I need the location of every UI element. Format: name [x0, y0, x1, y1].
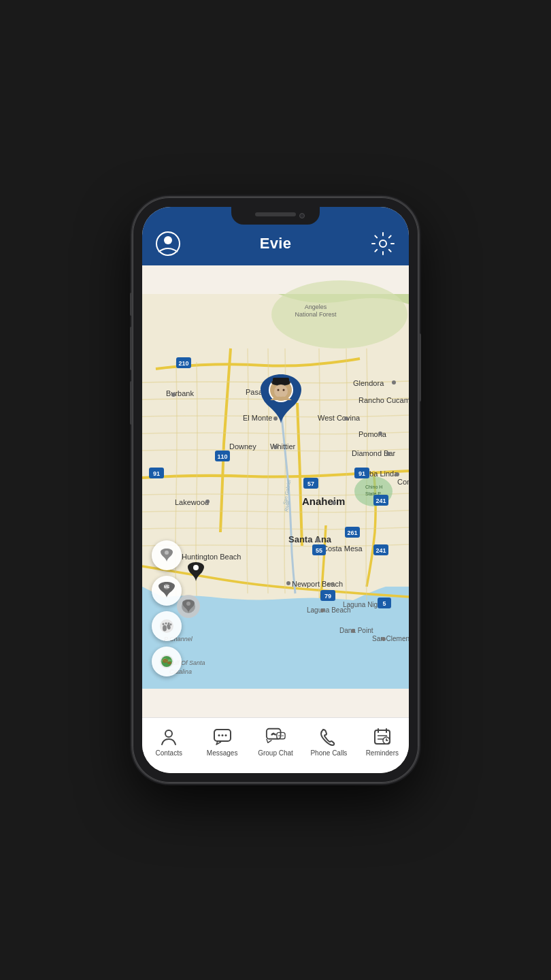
- svg-point-62: [392, 380, 396, 385]
- svg-text:79: 79: [324, 593, 331, 600]
- phone-calls-icon: [318, 726, 339, 747]
- svg-text:91: 91: [358, 470, 365, 477]
- notch: [231, 207, 320, 225]
- svg-text:Anaheim: Anaheim: [302, 495, 345, 507]
- user-location-pin: [261, 374, 301, 428]
- svg-text:91: 91: [153, 470, 160, 477]
- messages-icon: [212, 726, 233, 747]
- footprint-control[interactable]: [152, 611, 182, 641]
- app-title: Evie: [260, 235, 291, 252]
- svg-text:Glendora: Glendora: [353, 379, 384, 387]
- svg-point-60: [171, 393, 176, 397]
- settings-icon[interactable]: [371, 231, 395, 256]
- power-button[interactable]: [418, 333, 421, 402]
- svg-text:5: 5: [382, 600, 386, 607]
- svg-point-103: [218, 734, 220, 736]
- svg-point-86: [186, 602, 190, 606]
- svg-point-74: [351, 629, 355, 633]
- svg-point-73: [320, 608, 324, 612]
- svg-point-70: [332, 501, 336, 505]
- svg-point-81: [274, 385, 288, 398]
- globe-control[interactable]: [152, 647, 182, 676]
- contacts-icon: [158, 726, 179, 747]
- svg-text:San Clement: San Clement: [372, 635, 409, 642]
- svg-text:National Forest: National Forest: [295, 311, 337, 318]
- svg-point-108: [278, 735, 280, 736]
- location-pin-control[interactable]: [152, 540, 182, 570]
- svg-point-93: [163, 623, 165, 625]
- svg-rect-80: [273, 378, 289, 385]
- svg-point-83: [282, 389, 284, 391]
- svg-point-82: [277, 389, 279, 391]
- svg-text:Burbank: Burbank: [166, 389, 194, 397]
- ghost-location-pin: [177, 595, 200, 618]
- app-screen: Evie: [142, 207, 409, 773]
- svg-text:Rancho Cucamo: Rancho Cucamo: [358, 396, 409, 404]
- svg-text:57: 57: [307, 480, 314, 487]
- svg-point-72: [286, 581, 290, 585]
- svg-point-68: [395, 472, 399, 476]
- svg-point-87: [165, 551, 169, 555]
- svg-text:Chino H: Chino H: [365, 485, 382, 489]
- svg-point-84: [193, 565, 199, 570]
- svg-point-95: [168, 623, 170, 625]
- svg-text:Costa Mesa: Costa Mesa: [322, 544, 363, 553]
- svg-point-69: [205, 500, 210, 504]
- svg-point-67: [273, 445, 278, 449]
- svg-text:Santa Ana: Santa Ana: [288, 534, 332, 544]
- svg-text:Huntington Beach: Huntington Beach: [182, 553, 241, 561]
- svg-text:110: 110: [217, 453, 227, 460]
- map-svg: San Gabriel River Chino H State P Angele…: [142, 265, 409, 717]
- svg-point-96: [170, 623, 172, 625]
- svg-point-64: [344, 416, 348, 421]
- svg-point-66: [386, 452, 390, 456]
- nav-phone-calls[interactable]: Phone Calls: [302, 723, 355, 760]
- svg-point-90: [160, 619, 173, 633]
- svg-point-104: [221, 734, 223, 736]
- svg-point-5: [271, 280, 407, 348]
- camera: [299, 213, 305, 218]
- svg-point-1: [164, 236, 172, 244]
- svg-point-100: [167, 662, 171, 664]
- svg-text:Dana Point: Dana Point: [339, 627, 373, 634]
- group-chat-label: Group Chat: [258, 749, 293, 757]
- svg-point-101: [165, 730, 172, 737]
- phone-screen: Evie: [142, 207, 409, 773]
- svg-point-65: [378, 431, 382, 436]
- map-area[interactable]: San Gabriel River Chino H State P Angele…: [142, 265, 409, 717]
- svg-text:West Covina: West Covina: [318, 414, 361, 422]
- phone-frame: Evie: [133, 197, 418, 783]
- svg-point-99: [163, 659, 168, 663]
- svg-text:Newport Beach: Newport Beach: [292, 580, 343, 588]
- volume-up-button[interactable]: [130, 327, 133, 370]
- svg-text:Angeles: Angeles: [305, 304, 327, 310]
- svg-point-2: [380, 240, 386, 247]
- mute-button[interactable]: [130, 293, 133, 316]
- nav-reminders[interactable]: Reminders: [356, 723, 409, 760]
- contacts-label: Contacts: [155, 749, 182, 757]
- svg-point-91: [163, 625, 167, 632]
- nav-messages[interactable]: Messages: [195, 723, 248, 760]
- coast-location-pin: [188, 562, 204, 586]
- volume-down-button[interactable]: [130, 381, 133, 425]
- svg-point-71: [316, 538, 320, 542]
- svg-point-109: [280, 735, 282, 736]
- svg-point-94: [165, 623, 167, 625]
- nav-group-chat[interactable]: Group Chat: [249, 723, 302, 760]
- bottom-nav: Contacts Messages: [142, 717, 409, 773]
- svg-text:55: 55: [316, 547, 322, 554]
- svg-text:Pomona: Pomona: [358, 430, 387, 438]
- svg-point-105: [224, 734, 227, 736]
- svg-text:Con: Con: [397, 478, 409, 486]
- svg-text:Mi: Mi: [327, 581, 334, 588]
- profile-icon[interactable]: [156, 231, 180, 256]
- phone-calls-label: Phone Calls: [310, 749, 347, 757]
- svg-text:241: 241: [375, 497, 386, 504]
- svg-text:ME: ME: [164, 585, 170, 589]
- svg-text:Downey: Downey: [229, 442, 256, 451]
- svg-text:241: 241: [375, 547, 386, 554]
- svg-text:261: 261: [347, 529, 357, 536]
- speaker: [255, 212, 296, 216]
- group-chat-icon: [265, 726, 286, 747]
- nav-contacts[interactable]: Contacts: [142, 723, 195, 760]
